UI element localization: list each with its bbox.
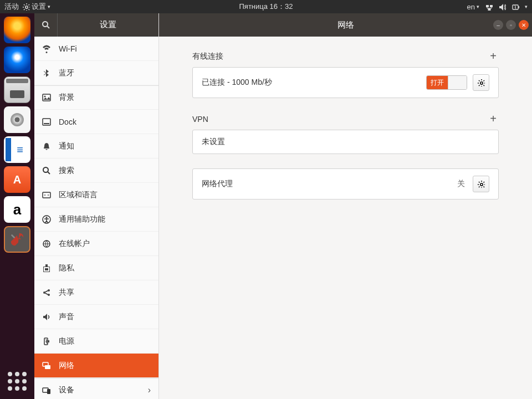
online-icon <box>42 239 51 248</box>
input-source-label: en <box>467 3 475 11</box>
sidebar-item-label: 网络 <box>59 361 74 371</box>
sidebar-header: 设置 <box>34 13 158 37</box>
launcher-writer[interactable] <box>4 136 30 163</box>
chevron-down-icon: ▾ <box>477 4 479 9</box>
sidebar-item-privacy[interactable]: 隐私 <box>34 256 158 280</box>
sidebar-list: Wi-Fi蓝牙背景Dock通知搜索区域和语言通用辅助功能在线帐户隐私共享声音电源… <box>34 37 158 399</box>
sidebar-item-label: 在线帐户 <box>59 239 90 249</box>
input-source-indicator[interactable]: en ▾ <box>467 3 479 11</box>
sidebar-item-label: 通用辅助功能 <box>59 214 105 224</box>
chevron-down-icon[interactable]: ▾ <box>525 4 528 9</box>
sidebar-item-label: 电源 <box>59 336 74 346</box>
launcher-files[interactable] <box>4 76 30 103</box>
sidebar-item-notifications[interactable]: 通知 <box>34 134 158 158</box>
proxy-section: 网络代理 关 <box>192 168 499 200</box>
add-wired-button[interactable]: + <box>488 50 499 63</box>
app-menu-label: 设置 <box>32 2 46 12</box>
sidebar-item-online[interactable]: 在线帐户 <box>34 232 158 256</box>
sidebar-item-label: Dock <box>59 117 76 126</box>
sidebar-title: 设置 <box>58 19 158 30</box>
accessibility-icon <box>42 215 51 224</box>
sidebar-item-label: 蓝牙 <box>59 68 74 78</box>
sound-icon <box>42 313 51 321</box>
wifi-icon <box>42 44 51 53</box>
bluetooth-icon <box>42 69 51 78</box>
proxy-settings-button[interactable] <box>473 176 489 192</box>
wired-heading: 有线连接 <box>192 52 223 62</box>
vpn-status-label: 未设置 <box>202 137 489 147</box>
gear-icon <box>477 79 485 86</box>
sidebar-item-label: Wi-Fi <box>59 44 77 53</box>
gear-icon <box>477 180 485 188</box>
sidebar-search-button[interactable] <box>34 13 58 37</box>
chevron-right-icon: › <box>148 385 151 395</box>
search-icon <box>42 21 50 29</box>
sidebar-item-label: 设备 <box>59 385 74 395</box>
wired-connection-row: 已连接 - 1000 Mb/秒 打开 <box>193 68 498 98</box>
sidebar-item-accessibility[interactable]: 通用辅助功能 <box>34 207 158 232</box>
search-icon <box>42 166 51 175</box>
launcher-dock <box>0 13 34 399</box>
launcher-thunderbird[interactable] <box>4 47 30 73</box>
battery-tray-icon[interactable] <box>511 3 519 11</box>
toggle-on-label: 打开 <box>427 76 448 89</box>
launcher-software[interactable] <box>4 166 30 193</box>
dock-icon <box>42 117 51 126</box>
devices-icon <box>42 386 51 395</box>
sidebar-item-label: 声音 <box>59 312 74 322</box>
power-icon <box>42 337 51 346</box>
wired-toggle[interactable]: 打开 <box>426 75 467 90</box>
chevron-down-icon: ▾ <box>48 4 50 9</box>
launcher-settings[interactable] <box>4 226 30 253</box>
activities-button[interactable]: 活动 <box>4 2 19 12</box>
share-icon <box>42 288 51 297</box>
launcher-firefox[interactable] <box>4 17 30 43</box>
proxy-row[interactable]: 网络代理 关 <box>193 169 498 199</box>
proxy-status: 关 <box>457 179 465 189</box>
proxy-heading: 网络代理 <box>202 179 452 189</box>
sidebar-item-devices[interactable]: 设备› <box>34 378 158 399</box>
app-menu[interactable]: 设置 ▾ <box>22 2 50 12</box>
clock[interactable]: Пятница 16：32 <box>239 2 293 12</box>
sidebar-item-label: 通知 <box>59 141 74 151</box>
network-icon <box>42 361 51 370</box>
sidebar-item-network[interactable]: 网络 <box>34 354 158 378</box>
add-vpn-button[interactable]: + <box>488 112 499 125</box>
sidebar-item-dock[interactable]: Dock <box>34 110 158 134</box>
region-icon <box>42 191 51 200</box>
show-applications-button[interactable] <box>4 368 30 395</box>
sidebar-item-power[interactable]: 电源 <box>34 329 158 354</box>
toggle-knob <box>448 76 467 89</box>
content-pane: 网络 – ▫ ✕ 有线连接 + 已连接 - 1000 Mb/秒 打开 <box>159 13 532 399</box>
sidebar-item-label: 区域和语言 <box>59 190 98 200</box>
sidebar-item-label: 隐私 <box>59 263 74 273</box>
content-body: 有线连接 + 已连接 - 1000 Mb/秒 打开 <box>159 37 532 399</box>
sidebar-item-region[interactable]: 区域和语言 <box>34 183 158 207</box>
network-tray-icon[interactable] <box>485 3 493 11</box>
sidebar-item-sharing[interactable]: 共享 <box>34 280 158 305</box>
sidebar-item-wifi[interactable]: Wi-Fi <box>34 37 158 61</box>
volume-tray-icon[interactable] <box>498 3 506 11</box>
sidebar-item-search[interactable]: 搜索 <box>34 158 158 183</box>
sidebar-item-background[interactable]: 背景 <box>34 85 158 110</box>
vpn-row: 未设置 <box>193 130 498 154</box>
settings-sidebar: 设置 Wi-Fi蓝牙背景Dock通知搜索区域和语言通用辅助功能在线帐户隐私共享声… <box>34 13 159 399</box>
content-title: 网络 <box>337 20 354 30</box>
bell-icon <box>42 142 51 151</box>
content-header: 网络 – ▫ ✕ <box>159 13 532 37</box>
vpn-section: VPN + 未设置 <box>192 112 499 154</box>
sidebar-item-sound[interactable]: 声音 <box>34 305 158 329</box>
launcher-rhythmbox[interactable] <box>4 106 30 133</box>
close-button[interactable]: ✕ <box>519 20 529 30</box>
vpn-heading: VPN <box>192 115 208 124</box>
background-icon <box>42 93 51 102</box>
sidebar-item-bluetooth[interactable]: 蓝牙 <box>34 61 158 85</box>
sidebar-item-label: 搜索 <box>59 166 74 176</box>
top-bar: 活动 设置 ▾ Пятница 16：32 en ▾ ▾ <box>0 0 532 13</box>
launcher-amazon[interactable] <box>4 196 30 223</box>
minimize-button[interactable]: – <box>493 20 503 30</box>
settings-window: 设置 Wi-Fi蓝牙背景Dock通知搜索区域和语言通用辅助功能在线帐户隐私共享声… <box>34 13 532 399</box>
window-controls: – ▫ ✕ <box>493 20 529 30</box>
wired-settings-button[interactable] <box>473 74 489 91</box>
maximize-button[interactable]: ▫ <box>506 20 516 30</box>
